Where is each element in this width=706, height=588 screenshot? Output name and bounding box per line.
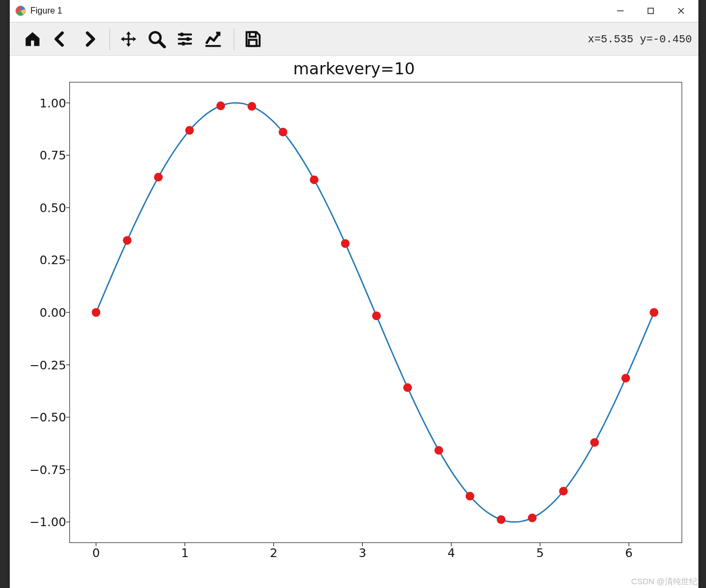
titlebar: Figure 1 (10, 0, 698, 22)
editor-gutter-left (0, 0, 10, 588)
data-marker (185, 126, 194, 135)
ytick-label: 0.75 (40, 149, 66, 162)
watermark: CSDN @清纯世纪 (631, 577, 697, 587)
data-marker (92, 308, 100, 317)
xtick-label: 0 (92, 546, 100, 560)
ytick-label: −0.50 (30, 411, 66, 424)
figure-canvas[interactable]: markevery=10 −1.00−0.75−0.50−0.250.000.2… (10, 56, 698, 588)
data-marker (154, 173, 163, 182)
xtick-label: 2 (270, 546, 278, 560)
xtick-label: 3 (358, 546, 366, 560)
data-marker (434, 446, 443, 455)
data-marker (559, 487, 568, 495)
editor-gutter-right (698, 0, 706, 588)
data-marker (123, 236, 132, 245)
nav-toolbar: x=5.535 y=-0.450 (10, 22, 698, 56)
svg-line-6 (159, 41, 164, 47)
pan-button[interactable] (115, 26, 142, 52)
close-button[interactable] (666, 0, 696, 22)
save-button[interactable] (240, 26, 266, 52)
xtick-label: 6 (625, 546, 633, 560)
xtick-label: 5 (536, 546, 544, 560)
data-marker (528, 514, 537, 522)
data-marker (497, 515, 505, 524)
svg-rect-15 (249, 40, 256, 46)
svg-rect-14 (249, 32, 255, 37)
svg-point-8 (180, 33, 184, 36)
svg-point-12 (182, 42, 185, 46)
ytick-label: −0.25 (30, 358, 66, 372)
home-button[interactable] (20, 26, 46, 52)
maximize-button[interactable] (636, 0, 666, 22)
data-marker (466, 492, 474, 501)
plot-svg (69, 82, 682, 543)
minimize-button[interactable] (605, 0, 636, 22)
ytick-label: −0.75 (30, 463, 66, 476)
svg-point-10 (186, 37, 190, 41)
toolbar-separator (110, 28, 110, 50)
figure-window: Figure 1 (10, 0, 698, 588)
data-marker (279, 127, 287, 136)
configure-subplots-button[interactable] (172, 26, 198, 52)
ytick-label: 1.00 (40, 96, 66, 110)
xtick-label: 4 (447, 546, 455, 560)
data-marker (372, 311, 381, 320)
cursor-coordinates: x=5.535 y=-0.450 (588, 33, 692, 46)
data-marker (310, 175, 318, 184)
ytick-label: 0.25 (40, 253, 66, 267)
ytick-label: 0.00 (40, 306, 66, 319)
window-title: Figure 1 (30, 6, 62, 16)
svg-rect-2 (648, 8, 653, 14)
matplotlib-icon (15, 5, 26, 16)
edit-axis-button[interactable] (200, 26, 226, 52)
ytick-label: 0.50 (40, 201, 66, 214)
data-marker (216, 101, 225, 110)
data-marker (341, 239, 350, 248)
data-marker (621, 374, 630, 382)
forward-button[interactable] (76, 26, 102, 52)
data-marker (403, 384, 412, 392)
zoom-button[interactable] (144, 26, 170, 52)
toolbar-separator (234, 28, 234, 50)
back-button[interactable] (48, 26, 74, 52)
ytick-label: −1.00 (30, 515, 66, 529)
data-marker (247, 102, 256, 111)
xtick-label: 1 (181, 546, 189, 560)
chart-title: markevery=10 (10, 59, 698, 78)
data-marker (650, 308, 658, 317)
data-marker (590, 438, 599, 447)
